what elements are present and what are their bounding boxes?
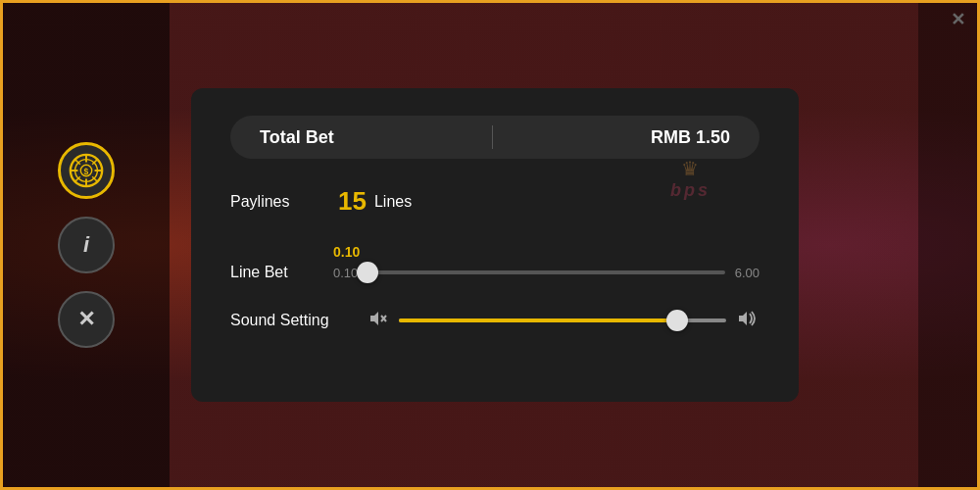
line-bet-label: Line Bet <box>230 264 323 281</box>
svg-marker-12 <box>370 312 378 325</box>
bps-text: bps <box>670 180 710 200</box>
settings-panel: ♛ bps Total Bet RMB 1.50 Paylines 15 Lin… <box>191 88 799 402</box>
svg-marker-15 <box>739 312 747 325</box>
paylines-number: 15 <box>338 186 367 217</box>
line-bet-thumb[interactable] <box>357 262 378 283</box>
chip-button[interactable]: $ <box>58 142 115 199</box>
svg-text:$: $ <box>84 167 89 176</box>
sound-setting-label: Sound Setting <box>230 312 358 329</box>
info-button[interactable]: i <box>58 217 115 273</box>
line-bet-max: 6.00 <box>735 266 760 280</box>
paylines-label: Paylines <box>230 193 338 211</box>
close-settings-button[interactable]: ✕ <box>58 291 115 348</box>
line-bet-track <box>368 270 724 274</box>
total-bet-value: RMB 1.50 <box>651 127 730 148</box>
paylines-unit: Lines <box>374 193 412 211</box>
sound-loud-icon[interactable] <box>738 311 760 330</box>
sidebar: $ i ✕ <box>3 3 170 487</box>
bet-divider <box>492 125 493 149</box>
sound-fill <box>399 318 677 322</box>
right-strip <box>918 3 977 487</box>
line-bet-slider-row: Line Bet 0.10 6.00 <box>230 264 760 281</box>
sound-slider[interactable] <box>399 318 726 323</box>
x-icon: ✕ <box>77 307 95 332</box>
sound-thumb[interactable] <box>666 310 688 331</box>
bps-crown-icon: ♛ <box>670 157 710 180</box>
line-bet-slider[interactable] <box>368 270 724 275</box>
bps-watermark: ♛ bps <box>670 157 710 201</box>
total-bet-bar: Total Bet RMB 1.50 <box>230 116 760 159</box>
line-bet-min: 0.10 <box>333 266 358 280</box>
line-bet-current-value: 0.10 <box>333 244 760 260</box>
line-bet-row: 0.10 Line Bet 0.10 6.00 <box>230 244 760 281</box>
sound-track <box>399 318 726 322</box>
total-bet-label: Total Bet <box>260 127 334 148</box>
main-frame: ✕ $ i ✕ <box>0 0 980 490</box>
sound-setting-row: Sound Setting <box>230 311 760 330</box>
info-icon: i <box>83 232 89 258</box>
sound-mute-icon[interactable] <box>369 311 387 330</box>
